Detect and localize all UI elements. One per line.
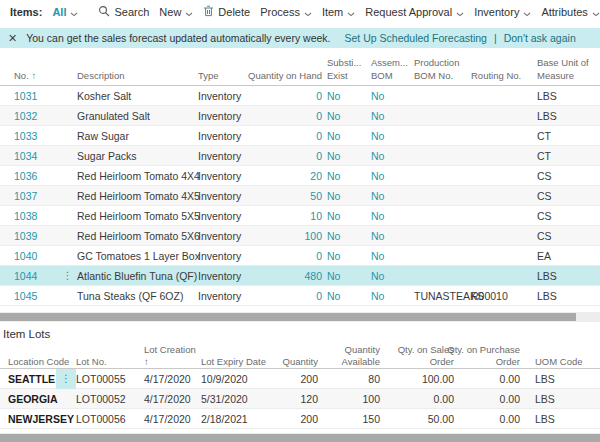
cell-base-unit-of-measure: CS bbox=[532, 210, 596, 222]
cell-substitutes-exist[interactable]: No bbox=[322, 110, 366, 122]
cell-quantity-on-hand[interactable]: 50 bbox=[256, 190, 322, 202]
cell-substitutes-exist[interactable]: No bbox=[322, 170, 366, 182]
cell-lot-creation: 4/17/2020 bbox=[144, 373, 201, 385]
cell-assembly-bom[interactable]: No bbox=[366, 190, 409, 202]
cell-assembly-bom[interactable]: No bbox=[366, 150, 409, 162]
table-row[interactable]: 1045Tuna Steaks (QF 6OZ)Inventory0NoNoTU… bbox=[0, 286, 600, 306]
horizontal-scrollbar[interactable] bbox=[0, 312, 600, 322]
cell-item-no[interactable]: 1032 bbox=[14, 110, 58, 122]
table-row[interactable]: NEWJERSEYLOT000564/17/20202/18/202120015… bbox=[0, 409, 600, 429]
cell-quantity-on-hand[interactable]: 0 bbox=[256, 90, 322, 102]
item-menu[interactable]: Item bbox=[322, 6, 355, 19]
filter-dropdown[interactable]: All bbox=[52, 6, 78, 19]
cell-quantity-on-hand[interactable]: 0 bbox=[256, 250, 322, 262]
cell-description: Kosher Salt bbox=[77, 90, 198, 102]
close-icon[interactable]: ✕ bbox=[8, 32, 17, 45]
cell-item-no[interactable]: 1045 bbox=[14, 290, 58, 302]
column-header-qty-on-sales-order[interactable]: Qty. on SalesOrder bbox=[380, 344, 454, 369]
column-header-description[interactable]: Description bbox=[77, 70, 198, 82]
dont-ask-again-link[interactable]: Don't ask again bbox=[504, 32, 576, 44]
table-row[interactable]: 1039Red Heirloom Tomato 5X6Inventory100N… bbox=[0, 226, 600, 246]
column-header-base-unit-of-measure[interactable]: Base Unit ofMeasure bbox=[532, 57, 596, 82]
column-header-quantity-available[interactable]: QuantityAvailable bbox=[318, 344, 380, 369]
column-header-item-no[interactable]: No. ↑ bbox=[14, 70, 58, 82]
table-row[interactable]: GEORGIALOT000524/17/20205/31/20201201000… bbox=[0, 389, 600, 409]
cell-substitutes-exist[interactable]: No bbox=[322, 190, 366, 202]
column-header-lot-creation[interactable]: Lot Creation↑ bbox=[144, 344, 201, 369]
scrollbar-thumb[interactable] bbox=[0, 313, 576, 321]
request-approval-menu[interactable]: Request Approval bbox=[365, 6, 464, 19]
table-row[interactable]: 1032Granulated SaltInventory0NoNoLBS bbox=[0, 106, 600, 126]
setup-scheduled-forecasting-link[interactable]: Set Up Scheduled Forecasting bbox=[345, 32, 487, 44]
cell-item-no[interactable]: 1038 bbox=[14, 210, 58, 222]
cell-quantity-on-hand[interactable]: 0 bbox=[256, 110, 322, 122]
cell-substitutes-exist[interactable]: No bbox=[322, 150, 366, 162]
cell-assembly-bom[interactable]: No bbox=[366, 90, 409, 102]
process-menu[interactable]: Process bbox=[260, 6, 312, 19]
cell-assembly-bom[interactable]: No bbox=[366, 110, 409, 122]
new-menu[interactable]: New bbox=[159, 6, 193, 19]
cell-item-no[interactable]: 1040 bbox=[14, 250, 58, 262]
cell-type: Inventory bbox=[198, 150, 256, 162]
cell-substitutes-exist[interactable]: No bbox=[322, 270, 366, 282]
cell-assembly-bom[interactable]: No bbox=[366, 230, 409, 242]
table-row[interactable]: 1031Kosher SaltInventory0NoNoLBS bbox=[0, 86, 600, 106]
table-row[interactable]: 1040GC Tomatoes 1 Layer BoxInventory0NoN… bbox=[0, 246, 600, 266]
table-row[interactable]: 1044⋮Atlantic Bluefin Tuna (QF)Inventory… bbox=[0, 266, 600, 286]
horizontal-scrollbar[interactable] bbox=[0, 433, 600, 442]
attributes-menu[interactable]: Attributes bbox=[541, 6, 599, 19]
cell-assembly-bom[interactable]: No bbox=[366, 170, 409, 182]
table-row[interactable]: 1033Raw SugarInventory0NoNoCT bbox=[0, 126, 600, 146]
row-menu-icon[interactable]: ⋮ bbox=[58, 267, 77, 285]
delete-button[interactable]: Delete bbox=[203, 5, 250, 19]
cell-item-no[interactable]: 1033 bbox=[14, 130, 58, 142]
cell-substitutes-exist[interactable]: No bbox=[322, 130, 366, 142]
cell-substitutes-exist[interactable]: No bbox=[322, 250, 366, 262]
table-row[interactable]: SEATTLE⋮LOT000554/17/202010/9/2020200801… bbox=[0, 369, 600, 389]
cell-item-no[interactable]: 1034 bbox=[14, 150, 58, 162]
cell-assembly-bom[interactable]: No bbox=[366, 270, 409, 282]
cell-assembly-bom[interactable]: No bbox=[366, 130, 409, 142]
cell-quantity-on-hand[interactable]: 20 bbox=[256, 170, 322, 182]
column-header-quantity[interactable]: Quantity bbox=[260, 356, 318, 368]
table-row[interactable]: 1037Red Heirloom Tomato 4X5Inventory50No… bbox=[0, 186, 600, 206]
cell-item-no[interactable]: 1031 bbox=[14, 90, 58, 102]
cell-type: Inventory bbox=[198, 230, 256, 242]
table-row[interactable]: 1038Red Heirloom Tomato 5X5Inventory10No… bbox=[0, 206, 600, 226]
column-header-qty-on-purchase-order[interactable]: Qty. on PurchaseOrder bbox=[454, 344, 520, 369]
cell-substitutes-exist[interactable]: No bbox=[322, 210, 366, 222]
column-header-location-code[interactable]: Location Code bbox=[8, 356, 56, 368]
column-header-lot-expiry-date[interactable]: Lot Expiry Date bbox=[201, 356, 260, 368]
chevron-down-icon bbox=[304, 7, 312, 19]
cell-quantity-on-hand[interactable]: 0 bbox=[256, 150, 322, 162]
cell-quantity-on-hand[interactable]: 100 bbox=[256, 230, 322, 242]
cell-assembly-bom[interactable]: No bbox=[366, 290, 409, 302]
cell-quantity-on-hand[interactable]: 0 bbox=[256, 290, 322, 302]
search-button[interactable]: Search bbox=[98, 5, 149, 19]
item-lots-body: SEATTLE⋮LOT000554/17/202010/9/2020200801… bbox=[0, 369, 600, 429]
cell-quantity-on-hand[interactable]: 10 bbox=[256, 210, 322, 222]
cell-item-no[interactable]: 1037 bbox=[14, 190, 58, 202]
cell-item-no[interactable]: 1044 bbox=[14, 270, 58, 282]
cell-item-no[interactable]: 1039 bbox=[14, 230, 58, 242]
cell-assembly-bom[interactable]: No bbox=[366, 210, 409, 222]
cell-quantity-on-hand[interactable]: 480 bbox=[256, 270, 322, 282]
cell-quantity-on-hand[interactable]: 0 bbox=[256, 130, 322, 142]
table-row[interactable]: 1034Sugar PacksInventory0NoNoCT bbox=[0, 146, 600, 166]
cell-substitutes-exist[interactable]: No bbox=[322, 230, 366, 242]
column-header-quantity-on-hand[interactable]: Quantity on Hand bbox=[256, 70, 322, 82]
row-menu-icon[interactable]: ⋮ bbox=[56, 369, 76, 389]
column-header-uom-code[interactable]: UOM Code bbox=[520, 356, 596, 368]
column-header-substitutes-exist[interactable]: Substi...Exist bbox=[322, 57, 366, 82]
scrollbar-thumb[interactable] bbox=[0, 434, 600, 442]
cell-assembly-bom[interactable]: No bbox=[366, 250, 409, 262]
table-row[interactable]: 1036Red Heirloom Tomato 4X4Inventory20No… bbox=[0, 166, 600, 186]
inventory-menu[interactable]: Inventory bbox=[474, 6, 531, 19]
column-header-routing-no[interactable]: Routing No. bbox=[466, 70, 532, 82]
cell-substitutes-exist[interactable]: No bbox=[322, 90, 366, 102]
column-header-production-bom-no[interactable]: ProductionBOM No. bbox=[409, 57, 466, 82]
cell-substitutes-exist[interactable]: No bbox=[322, 290, 366, 302]
column-header-assembly-bom[interactable]: Assem...BOM bbox=[366, 57, 409, 82]
column-header-lot-no[interactable]: Lot No. bbox=[76, 356, 144, 368]
cell-item-no[interactable]: 1036 bbox=[14, 170, 58, 182]
